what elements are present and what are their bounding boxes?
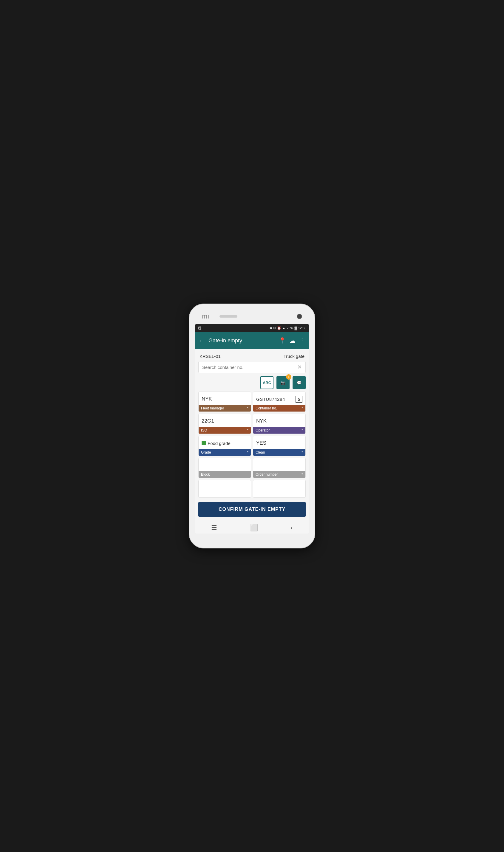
bluetooth-icon: ✱	[270, 326, 272, 330]
status-right: ✱ N ⏰ ▲ 78% ▓ 12:36	[270, 326, 306, 330]
nfc-icon: N	[273, 326, 276, 330]
field-order-number[interactable]: Order number *	[253, 458, 306, 478]
home-icon[interactable]: ⬜	[250, 524, 258, 532]
fields-grid: NYK Fleet manager * GSTU874284 5 Contain…	[198, 392, 306, 498]
field-fleet-manager[interactable]: NYK Fleet manager *	[198, 392, 251, 412]
notification-icon: 🖼	[198, 326, 201, 330]
clear-search-icon[interactable]: ✕	[297, 364, 302, 370]
toolbar-row: ABC 📷 1 💬	[198, 376, 306, 389]
field-container-no[interactable]: GSTU874284 5 Container no. *	[253, 392, 306, 412]
field-label-extra-left	[199, 493, 251, 496]
field-label-clean: Clean *	[253, 449, 305, 456]
wifi-signal-icon: ▲	[283, 326, 286, 330]
message-icon: 💬	[297, 381, 302, 385]
field-iso[interactable]: 22G1 ISO *	[198, 414, 251, 434]
field-label-container-no: Container no. *	[253, 405, 305, 412]
phone-frame: mi 🖼 ✱ N ⏰ ▲ 78% ▓ 12:36 ← Gate-in empty	[190, 304, 314, 548]
field-value-clean: YES	[253, 436, 305, 449]
field-label-grade: Grade *	[199, 449, 251, 456]
bottom-nav: ☰ ⬜ ‹	[195, 520, 309, 533]
check-digit: 5	[295, 396, 302, 403]
field-label-fleet-manager: Fleet manager *	[199, 405, 251, 412]
field-label-iso: ISO *	[199, 427, 251, 434]
app-bar: ← Gate-in empty 📍 ☁ ⋮	[195, 332, 309, 349]
field-value-iso: 22G1	[199, 414, 251, 427]
location-code: KRSEL-01	[199, 354, 221, 359]
field-label-order-number: Order number *	[253, 471, 305, 478]
grade-indicator	[202, 441, 206, 445]
field-label-extra-right	[253, 493, 305, 496]
content-area: KRSEL-01 Truck gate ✕ ABC 📷 1	[195, 349, 309, 520]
camera-badge: 1	[286, 374, 291, 380]
field-value-block	[199, 458, 251, 471]
field-extra-left[interactable]	[198, 480, 251, 498]
ocr-label: ABC	[263, 381, 271, 385]
phone-speaker	[219, 315, 237, 318]
location-row: KRSEL-01 Truck gate	[198, 352, 306, 361]
clock: 12:36	[298, 326, 306, 330]
field-value-container-no: GSTU874284 5	[253, 392, 305, 405]
more-options-icon[interactable]: ⋮	[299, 337, 305, 344]
gate-name: Truck gate	[284, 354, 305, 359]
field-value-extra-right	[253, 480, 305, 493]
confirm-gate-in-button[interactable]: CONFIRM GATE-IN EMPTY	[198, 502, 306, 517]
field-value-operator: NYK	[253, 414, 305, 427]
field-grade[interactable]: Food grade Grade *	[198, 436, 251, 456]
ocr-button[interactable]: ABC	[260, 376, 273, 389]
field-block[interactable]: Block	[198, 458, 251, 478]
field-label-block: Block	[199, 471, 251, 478]
search-input[interactable]	[202, 365, 297, 370]
alarm-icon: ⏰	[277, 326, 281, 330]
field-value-fleet-manager: NYK	[199, 392, 251, 405]
camera-icon: 📷	[281, 381, 285, 385]
field-label-operator: Operator *	[253, 427, 305, 434]
phone-top: mi	[195, 312, 309, 324]
phone-bottom	[195, 533, 309, 540]
phone-screen: 🖼 ✱ N ⏰ ▲ 78% ▓ 12:36 ← Gate-in empty 📍 …	[195, 324, 309, 533]
battery-icon: ▓	[294, 326, 297, 330]
battery-percent: 78%	[287, 326, 293, 330]
search-bar[interactable]: ✕	[198, 361, 306, 373]
field-operator[interactable]: NYK Operator *	[253, 414, 306, 434]
app-bar-title: Gate-in empty	[209, 338, 275, 344]
back-nav-icon[interactable]: ‹	[291, 524, 293, 532]
app-bar-icons: 📍 ☁ ⋮	[278, 337, 305, 344]
status-bar: 🖼 ✱ N ⏰ ▲ 78% ▓ 12:36	[195, 324, 309, 332]
message-button[interactable]: 💬	[292, 376, 306, 389]
camera-button[interactable]: 📷 1	[276, 376, 290, 389]
menu-icon[interactable]: ☰	[211, 524, 217, 532]
field-value-grade: Food grade	[199, 436, 251, 449]
phone-brand: mi	[202, 312, 210, 320]
back-button[interactable]: ←	[199, 337, 205, 344]
cloud-sync-icon[interactable]: ☁	[290, 337, 295, 344]
field-extra-right[interactable]	[253, 480, 306, 498]
location-pin-icon[interactable]: 📍	[278, 337, 286, 344]
field-value-extra-left	[199, 480, 251, 493]
field-value-order-number	[253, 458, 305, 471]
status-left: 🖼	[198, 326, 201, 330]
phone-camera	[297, 314, 302, 319]
field-clean[interactable]: YES Clean *	[253, 436, 306, 456]
